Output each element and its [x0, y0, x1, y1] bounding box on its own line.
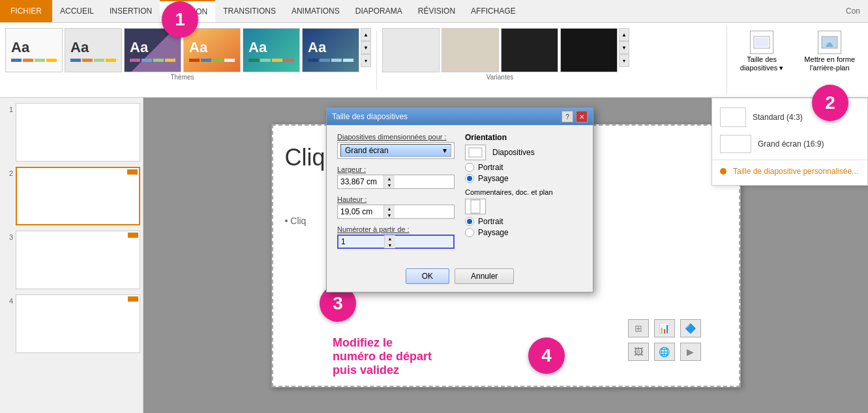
numero-spinbox[interactable]: ▲ ▼ [337, 235, 455, 249]
hauteur-spin-up[interactable]: ▲ [384, 205, 395, 212]
theme-6[interactable]: Aa [302, 28, 359, 72]
diapositives-label: Diapositives [492, 148, 535, 157]
diap-paysage-label: Paysage [478, 174, 509, 183]
content-icon-online: 🌐 [654, 343, 675, 361]
modal-help-btn[interactable]: ? [561, 111, 573, 122]
diap-select[interactable]: Grand écran ▾ [337, 142, 455, 159]
svg-rect-4 [471, 200, 480, 213]
numero-spin-up[interactable]: ▲ [385, 235, 395, 242]
theme-2[interactable]: Aa [65, 28, 122, 72]
menu-transitions[interactable]: TRANSITIONS [215, 0, 284, 22]
variant-scroll-more[interactable]: ▾ [619, 54, 629, 67]
theme-3[interactable]: Aa [124, 28, 181, 72]
slide-panel: 1 2 3 4 [0, 98, 143, 413]
svg-rect-3 [469, 148, 482, 157]
slide-thumb-3[interactable] [16, 231, 140, 289]
variant-4[interactable] [560, 28, 618, 72]
slide-num-3: 3 [3, 231, 13, 241]
variant-2[interactable] [441, 28, 499, 72]
diap-portrait-radio[interactable] [465, 163, 474, 172]
mettre-forme-icon [818, 31, 841, 54]
comments-portrait-radio[interactable] [465, 217, 474, 226]
modal-title: Taille des diapositives [332, 112, 408, 121]
variants-grid [382, 28, 618, 72]
diap-select-inner: Grand écran ▾ [340, 144, 451, 157]
menu-accueil[interactable]: ACCUEIL [52, 0, 102, 22]
menu-diaporama[interactable]: DIAPORAMA [348, 0, 410, 22]
content-icon-chart: 📊 [654, 319, 675, 337]
theme-4[interactable]: Aa [183, 28, 241, 72]
hauteur-spin-down[interactable]: ▼ [384, 212, 395, 218]
theme-scroll-up[interactable]: ▲ [361, 28, 371, 41]
dropdown-custom-dot [720, 168, 726, 175]
slide-thumb-2[interactable] [16, 167, 140, 225]
diap-label: Diapositives dimensionnées pour : [337, 133, 455, 141]
slide-indicator-3 [128, 233, 138, 238]
largeur-spin-up[interactable]: ▲ [384, 175, 395, 182]
slide-thumb-1[interactable] [16, 103, 140, 162]
comments-paysage-radio[interactable] [465, 228, 474, 237]
dropdown-grand-ecran-thumb [720, 135, 751, 153]
modal-close-btn[interactable]: ✕ [576, 111, 588, 122]
diapositives-group: Diapositives Portrait Paysage [465, 145, 582, 183]
step-2: 2 [812, 85, 848, 121]
menu-insertion[interactable]: INSERTION [102, 0, 160, 22]
comments-portrait-label: Portrait [478, 217, 503, 226]
menu-animations[interactable]: ANIMATIONS [284, 0, 348, 22]
dropdown-custom[interactable]: Taille de diapositive personnalisée... [712, 163, 867, 180]
slide-num-2: 2 [3, 167, 13, 177]
variant-3[interactable] [501, 28, 558, 72]
theme-scroll-down[interactable]: ▼ [361, 41, 371, 54]
hauteur-input[interactable] [338, 206, 383, 218]
diap-dropdown-arrow: ▾ [443, 146, 447, 155]
content-icon-table: ⊞ [628, 319, 649, 337]
numero-label: Numéroter à partir de : [337, 225, 455, 233]
taille-icon [750, 31, 773, 54]
largeur-spin-down[interactable]: ▼ [384, 182, 395, 188]
hauteur-spinbox[interactable]: ▲ ▼ [337, 205, 455, 219]
variant-scroll-down[interactable]: ▼ [619, 41, 629, 54]
diap-paysage-radio[interactable] [465, 174, 474, 183]
mettre-forme-label: Mettre en formel'arrière-plan [804, 55, 855, 72]
menu-affichage[interactable]: AFFICHAGE [463, 0, 524, 22]
themes-section: Aa Aa [0, 25, 376, 94]
dropdown-standard-thumb [720, 107, 746, 127]
numero-spin-down[interactable]: ▼ [385, 242, 395, 248]
hauteur-spin-btns: ▲ ▼ [383, 205, 395, 218]
diap-icon-preview [465, 145, 486, 160]
slide-row-2: 2 [3, 167, 140, 225]
variants-label: Variantes [382, 72, 618, 82]
modal-right: Orientation Diapositives Portrait [465, 133, 582, 255]
menu-bar: FICHIER ACCUEIL INSERTION CRÉATION TRANS… [0, 0, 868, 23]
taille-diapositives-btn[interactable]: Taille desdiapositives ▾ [735, 28, 789, 75]
slide-thumb-4[interactable] [16, 294, 140, 353]
modal-dialog[interactable]: Taille des diapositives ? ✕ Diapositives… [326, 107, 593, 292]
theme-1[interactable]: Aa [5, 28, 63, 72]
comments-group: Commentaires, doc. et plan Portrait [465, 188, 582, 237]
menu-fichier[interactable]: FICHIER [0, 0, 52, 22]
comments-label: Commentaires, doc. et plan [465, 188, 582, 196]
dropdown-grand-ecran[interactable]: Grand écran (16:9) [712, 131, 867, 157]
variant-1[interactable] [382, 28, 440, 72]
taille-label: Taille desdiapositives ▾ [740, 55, 784, 72]
largeur-label: Largeur : [337, 165, 455, 173]
variant-scroll: ▲ ▼ ▾ [619, 28, 629, 67]
mettre-forme-btn[interactable]: Mettre en formel'arrière-plan [799, 28, 860, 75]
theme-5[interactable]: Aa [243, 28, 300, 72]
numero-input[interactable] [338, 236, 384, 248]
menu-revision[interactable]: RÉVISION [410, 0, 463, 22]
slide-content-icons: ⊞ 📊 🔷 🖼 🌐 ▶ [628, 319, 701, 361]
content-icon-smartart: 🔷 [680, 319, 701, 337]
theme-scroll-more[interactable]: ▾ [361, 54, 371, 67]
variant-scroll-up[interactable]: ▲ [619, 28, 629, 41]
menu-creation[interactable]: CRÉATION [160, 0, 215, 22]
themes-label: Thèmes [5, 72, 359, 82]
largeur-spinbox[interactable]: ▲ ▼ [337, 175, 455, 189]
largeur-input[interactable] [338, 176, 383, 188]
ok-button[interactable]: OK [406, 268, 449, 284]
diap-portrait-row: Portrait [465, 163, 582, 172]
annuler-button[interactable]: Annuler [455, 268, 514, 284]
modal-title-icons: ? ✕ [561, 111, 588, 122]
variants-section: Variantes ▲ ▼ ▾ [377, 25, 726, 94]
slide-row-1: 1 [3, 103, 140, 162]
